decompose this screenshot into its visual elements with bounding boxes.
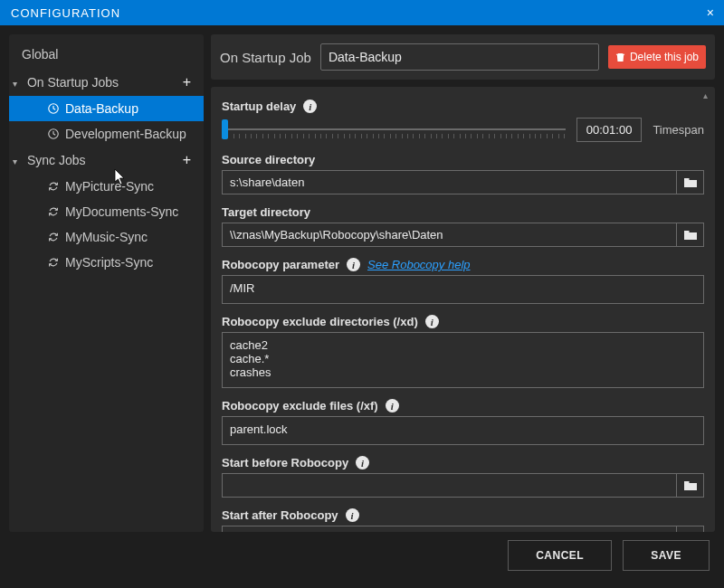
tree-item-data-backup[interactable]: Data-Backup bbox=[9, 96, 204, 121]
info-icon[interactable]: i bbox=[346, 508, 359, 522]
section-label: Sync Jobs bbox=[27, 153, 86, 167]
add-sync-job-button[interactable]: + bbox=[179, 152, 195, 168]
robocopy-param-input[interactable]: /MIR bbox=[222, 275, 704, 304]
main-panel: On Startup Job Delete this job ▴ Startup… bbox=[211, 34, 715, 532]
tree-item-mydocuments-sync[interactable]: MyDocuments-Sync bbox=[9, 199, 204, 224]
tree-item-mymusic-sync[interactable]: MyMusic-Sync bbox=[9, 224, 204, 250]
section-sync-jobs[interactable]: ▾ Sync Jobs + bbox=[9, 147, 204, 174]
title-bar: CONFIGURATION × bbox=[0, 0, 724, 25]
delete-job-label: Delete this job bbox=[630, 51, 699, 63]
sync-icon bbox=[47, 231, 60, 243]
target-directory-label: Target directory bbox=[222, 205, 704, 219]
info-icon[interactable]: i bbox=[386, 399, 399, 413]
browse-source-button[interactable] bbox=[676, 171, 703, 194]
exclude-dirs-label: Robocopy exclude directories (/xd) i bbox=[222, 315, 704, 328]
tree-item-development-backup[interactable]: Development-Backup bbox=[9, 121, 204, 147]
delete-job-button[interactable]: Delete this job bbox=[608, 45, 706, 69]
timespan-label: Timespan bbox=[653, 123, 704, 137]
folder-icon bbox=[684, 230, 697, 241]
info-icon[interactable]: i bbox=[356, 456, 369, 469]
robocopy-help-link[interactable]: See Robocopy help bbox=[367, 258, 470, 271]
tree-item-label: Development-Backup bbox=[65, 127, 186, 141]
tree-item-label: Data-Backup bbox=[65, 101, 138, 116]
info-icon[interactable]: i bbox=[425, 315, 439, 328]
exclude-dirs-input[interactable]: cache2 cache.* crashes bbox=[222, 332, 704, 388]
start-before-input[interactable] bbox=[223, 474, 676, 497]
info-icon[interactable]: i bbox=[303, 100, 317, 113]
caret-icon: ▾ bbox=[13, 156, 20, 166]
section-startup-jobs[interactable]: ▾ On Startup Jobs + bbox=[9, 69, 204, 96]
job-name-input[interactable] bbox=[320, 43, 599, 71]
info-icon[interactable]: i bbox=[347, 258, 360, 271]
section-label: On Startup Jobs bbox=[27, 75, 119, 90]
folder-icon bbox=[684, 480, 697, 491]
browse-target-button[interactable] bbox=[676, 223, 703, 246]
startup-delay-slider[interactable] bbox=[222, 117, 566, 142]
target-directory-input[interactable] bbox=[223, 223, 676, 246]
exclude-files-label: Robocopy exclude files (/xf) i bbox=[222, 399, 704, 413]
robocopy-param-label: Robocopy parameter i See Robocopy help bbox=[222, 258, 704, 271]
job-header-label: On Startup Job bbox=[220, 50, 311, 65]
start-after-input[interactable] bbox=[223, 526, 676, 532]
tree-item-label: MyDocuments-Sync bbox=[65, 204, 178, 219]
collapse-up-icon[interactable]: ▴ bbox=[703, 90, 708, 100]
tree-item-label: MyScripts-Sync bbox=[65, 255, 153, 270]
sidebar: Global ▾ On Startup Jobs + Data-Backup D… bbox=[9, 34, 204, 532]
browse-after-button[interactable] bbox=[676, 526, 703, 532]
exclude-files-input[interactable]: parent.lock bbox=[222, 416, 704, 445]
close-icon[interactable]: × bbox=[707, 5, 715, 20]
sync-icon bbox=[47, 205, 60, 218]
window-title: CONFIGURATION bbox=[11, 6, 120, 20]
tree-item-label: MyPicture-Sync bbox=[65, 179, 154, 194]
start-after-label: Start after Robocopy i bbox=[222, 508, 704, 522]
job-header: On Startup Job Delete this job bbox=[211, 34, 715, 80]
browse-before-button[interactable] bbox=[676, 474, 703, 497]
tree-root-global[interactable]: Global bbox=[9, 43, 204, 69]
tree-item-myscripts-sync[interactable]: MyScripts-Sync bbox=[9, 250, 204, 275]
start-before-label: Start before Robocopy i bbox=[222, 456, 704, 469]
caret-icon: ▾ bbox=[13, 79, 20, 89]
tree-item-label: MyMusic-Sync bbox=[65, 230, 148, 244]
startup-delay-label: Startup delay i bbox=[222, 100, 704, 113]
form-panel: ▴ Startup delay i bbox=[211, 87, 715, 532]
sync-icon bbox=[47, 256, 60, 269]
cancel-button[interactable]: CANCEL bbox=[508, 540, 612, 571]
source-directory-input[interactable] bbox=[223, 171, 676, 194]
add-startup-job-button[interactable]: + bbox=[179, 74, 195, 90]
dialog-footer: CANCEL SAVE bbox=[0, 532, 724, 579]
folder-icon bbox=[684, 177, 697, 188]
tree-item-mypicture-sync[interactable]: MyPicture-Sync bbox=[9, 174, 204, 199]
sync-icon bbox=[47, 180, 60, 193]
timespan-value-box[interactable]: 00:01:00 bbox=[576, 118, 643, 142]
clock-icon bbox=[47, 128, 60, 140]
trash-icon bbox=[615, 52, 625, 62]
clock-icon bbox=[47, 102, 60, 115]
save-button[interactable]: SAVE bbox=[623, 540, 710, 571]
source-directory-label: Source directory bbox=[222, 153, 704, 166]
slider-thumb[interactable] bbox=[222, 119, 228, 139]
